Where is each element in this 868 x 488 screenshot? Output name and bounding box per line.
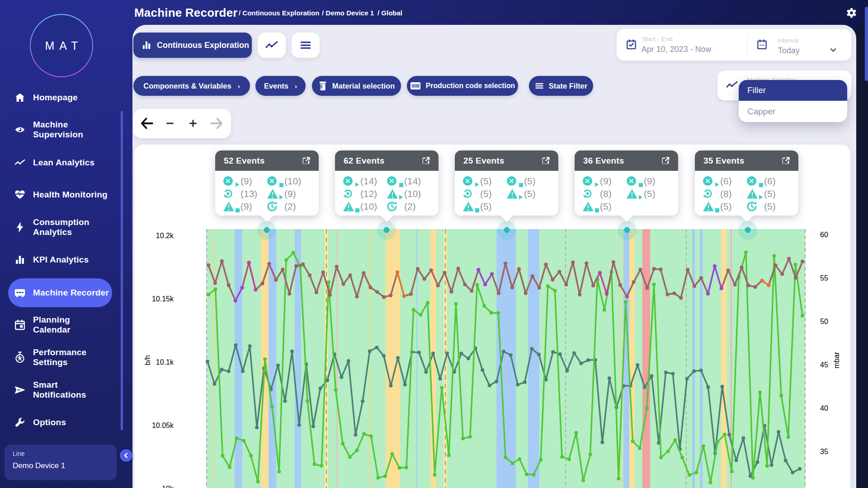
svg-text:35: 35 (820, 448, 828, 455)
svg-text:10.15k: 10.15k (152, 295, 174, 303)
svg-text:10.05k: 10.05k (152, 422, 174, 429)
svg-text:mbar: mbar (833, 352, 840, 368)
svg-text:50: 50 (820, 318, 828, 325)
svg-text:10k: 10k (162, 485, 174, 488)
svg-text:b/h: b/h (144, 355, 151, 365)
svg-text:40: 40 (820, 404, 828, 412)
svg-text:60: 60 (820, 231, 828, 239)
svg-text:55: 55 (820, 274, 828, 282)
svg-text:10.1k: 10.1k (156, 358, 174, 366)
svg-text:10.2k: 10.2k (156, 232, 174, 239)
svg-text:45: 45 (820, 361, 828, 369)
